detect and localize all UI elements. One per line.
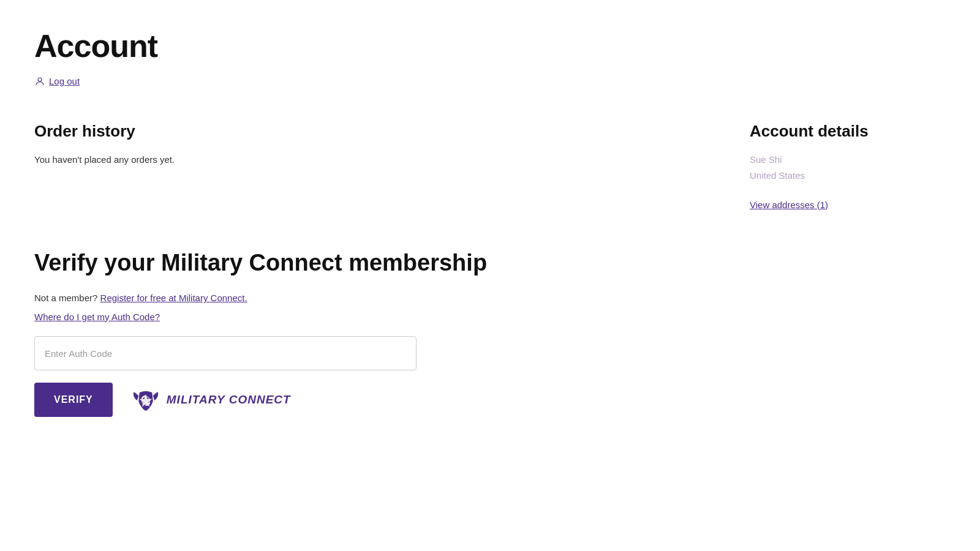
account-details-title: Account details — [750, 119, 946, 143]
auth-code-input[interactable] — [34, 336, 417, 370]
account-details-section: Account details Sue Shi United States Vi… — [750, 119, 946, 212]
verify-section: Verify your Military Connect membership … — [34, 249, 586, 418]
svg-point-0 — [38, 78, 42, 81]
logout-label: Log out — [49, 75, 80, 89]
logout-link[interactable]: Log out — [34, 75, 80, 89]
auth-code-link[interactable]: Where do I get my Auth Code? — [34, 310, 586, 324]
order-history-section: Order history You haven't placed any ord… — [34, 119, 750, 167]
verify-title: Verify your Military Connect membership — [34, 249, 586, 277]
military-connect-icon — [130, 388, 162, 412]
view-addresses-link[interactable]: View addresses (1) — [750, 200, 828, 210]
military-connect-logo[interactable]: MILITARY CONNECT — [130, 388, 291, 412]
order-history-title: Order history — [34, 119, 750, 143]
military-connect-text: MILITARY CONNECT — [167, 391, 291, 409]
button-row: VERIFY — [34, 383, 586, 417]
register-link[interactable]: Register for free at Military Connect. — [100, 293, 247, 303]
not-member-text: Not a member? Register for free at Milit… — [34, 291, 586, 305]
page-wrapper: Account Log out Order history You haven'… — [12, 0, 968, 454]
account-name: Sue Shi — [750, 153, 946, 167]
page-title: Account — [34, 22, 946, 70]
order-history-empty: You haven't placed any orders yet. — [34, 153, 750, 167]
main-content: Order history You haven't placed any ord… — [34, 119, 946, 212]
user-icon — [34, 76, 45, 87]
account-country: United States — [750, 169, 946, 183]
verify-button[interactable]: VERIFY — [34, 383, 113, 417]
